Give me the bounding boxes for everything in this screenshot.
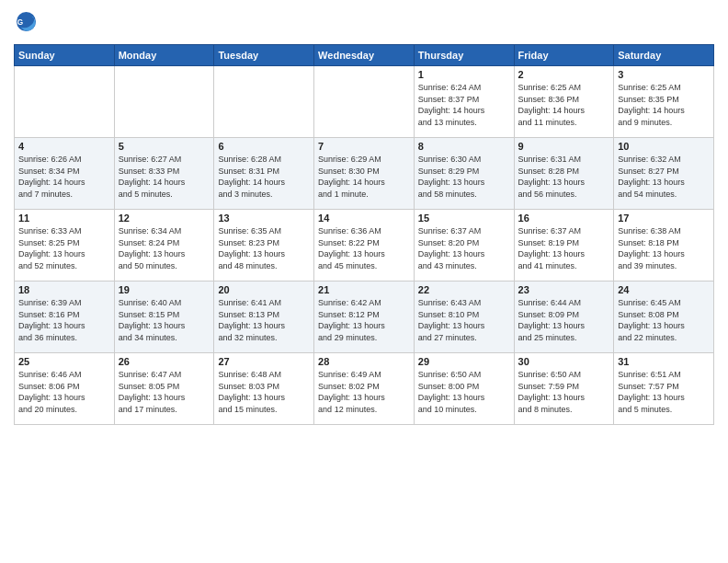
calendar-day-cell: 12Sunrise: 6:34 AM Sunset: 8:24 PM Dayli… xyxy=(114,210,214,282)
day-info: Sunrise: 6:41 AM Sunset: 8:13 PM Dayligh… xyxy=(218,297,310,343)
calendar-day-cell: 18Sunrise: 6:39 AM Sunset: 8:16 PM Dayli… xyxy=(15,282,115,353)
weekday-header-row: SundayMondayTuesdayWednesdayThursdayFrid… xyxy=(15,45,714,66)
day-number: 30 xyxy=(518,356,610,367)
day-number: 24 xyxy=(618,284,710,295)
day-number: 23 xyxy=(518,284,610,295)
calendar-day-cell: 7Sunrise: 6:29 AM Sunset: 8:30 PM Daylig… xyxy=(314,138,415,210)
day-info: Sunrise: 6:50 AM Sunset: 7:59 PM Dayligh… xyxy=(518,369,610,415)
day-info: Sunrise: 6:38 AM Sunset: 8:18 PM Dayligh… xyxy=(618,225,710,271)
calendar-week-row: 1Sunrise: 6:24 AM Sunset: 8:37 PM Daylig… xyxy=(15,66,714,138)
day-number: 15 xyxy=(418,213,510,224)
day-number: 25 xyxy=(18,356,110,367)
calendar-day-cell: 31Sunrise: 6:51 AM Sunset: 7:57 PM Dayli… xyxy=(614,353,714,425)
day-info: Sunrise: 6:47 AM Sunset: 8:05 PM Dayligh… xyxy=(119,369,210,415)
day-info: Sunrise: 6:28 AM Sunset: 8:31 PM Dayligh… xyxy=(218,154,310,200)
day-number: 22 xyxy=(418,284,510,295)
calendar-day-cell: 14Sunrise: 6:36 AM Sunset: 8:22 PM Dayli… xyxy=(314,210,415,282)
day-number: 31 xyxy=(618,356,710,367)
day-number: 1 xyxy=(418,69,510,80)
calendar-day-cell: 3Sunrise: 6:25 AM Sunset: 8:35 PM Daylig… xyxy=(614,66,714,138)
day-number: 2 xyxy=(518,69,610,80)
calendar-day-cell: 10Sunrise: 6:32 AM Sunset: 8:27 PM Dayli… xyxy=(614,138,714,210)
day-number: 19 xyxy=(119,284,210,295)
day-info: Sunrise: 6:25 AM Sunset: 8:36 PM Dayligh… xyxy=(518,82,610,128)
day-info: Sunrise: 6:31 AM Sunset: 8:28 PM Dayligh… xyxy=(518,154,610,200)
calendar-day-cell: 25Sunrise: 6:46 AM Sunset: 8:06 PM Dayli… xyxy=(15,353,115,425)
day-info: Sunrise: 6:42 AM Sunset: 8:12 PM Dayligh… xyxy=(318,297,410,343)
day-number: 14 xyxy=(318,213,410,224)
logo-icon: G xyxy=(14,9,41,37)
weekday-header: Thursday xyxy=(414,45,514,66)
day-info: Sunrise: 6:48 AM Sunset: 8:03 PM Dayligh… xyxy=(218,369,310,415)
day-number: 17 xyxy=(618,213,710,224)
day-number: 13 xyxy=(218,213,310,224)
day-info: Sunrise: 6:45 AM Sunset: 8:08 PM Dayligh… xyxy=(618,297,710,343)
day-number: 5 xyxy=(119,141,210,152)
calendar: SundayMondayTuesdayWednesdayThursdayFrid… xyxy=(14,44,714,425)
calendar-day-cell: 2Sunrise: 6:25 AM Sunset: 8:36 PM Daylig… xyxy=(514,66,614,138)
calendar-day-cell: 28Sunrise: 6:49 AM Sunset: 8:02 PM Dayli… xyxy=(314,353,415,425)
calendar-day-cell: 16Sunrise: 6:37 AM Sunset: 8:19 PM Dayli… xyxy=(514,210,614,282)
logo: G xyxy=(14,9,45,37)
day-number: 21 xyxy=(318,284,410,295)
calendar-week-row: 25Sunrise: 6:46 AM Sunset: 8:06 PM Dayli… xyxy=(15,353,714,425)
calendar-day-cell: 6Sunrise: 6:28 AM Sunset: 8:31 PM Daylig… xyxy=(214,138,314,210)
day-number: 4 xyxy=(18,141,110,152)
calendar-day-cell: 5Sunrise: 6:27 AM Sunset: 8:33 PM Daylig… xyxy=(114,138,214,210)
day-number: 3 xyxy=(618,69,710,80)
calendar-day-cell: 24Sunrise: 6:45 AM Sunset: 8:08 PM Dayli… xyxy=(614,282,714,353)
day-number: 6 xyxy=(218,141,310,152)
header: G xyxy=(14,9,714,37)
calendar-day-cell xyxy=(114,66,214,138)
day-info: Sunrise: 6:25 AM Sunset: 8:35 PM Dayligh… xyxy=(618,82,710,128)
page: G SundayMondayTuesdayWednesdayThursdayFr… xyxy=(0,0,728,563)
day-number: 18 xyxy=(18,284,110,295)
day-info: Sunrise: 6:24 AM Sunset: 8:37 PM Dayligh… xyxy=(418,82,510,128)
day-number: 9 xyxy=(518,141,610,152)
day-info: Sunrise: 6:27 AM Sunset: 8:33 PM Dayligh… xyxy=(119,154,210,200)
day-number: 11 xyxy=(18,213,110,224)
weekday-header: Monday xyxy=(114,45,214,66)
day-number: 7 xyxy=(318,141,410,152)
day-number: 12 xyxy=(119,213,210,224)
day-number: 8 xyxy=(418,141,510,152)
calendar-day-cell: 8Sunrise: 6:30 AM Sunset: 8:29 PM Daylig… xyxy=(414,138,514,210)
calendar-day-cell: 4Sunrise: 6:26 AM Sunset: 8:34 PM Daylig… xyxy=(15,138,115,210)
day-info: Sunrise: 6:36 AM Sunset: 8:22 PM Dayligh… xyxy=(318,225,410,271)
calendar-day-cell: 17Sunrise: 6:38 AM Sunset: 8:18 PM Dayli… xyxy=(614,210,714,282)
calendar-day-cell: 11Sunrise: 6:33 AM Sunset: 8:25 PM Dayli… xyxy=(15,210,115,282)
calendar-day-cell: 20Sunrise: 6:41 AM Sunset: 8:13 PM Dayli… xyxy=(214,282,314,353)
weekday-header: Wednesday xyxy=(314,45,415,66)
day-number: 28 xyxy=(318,356,410,367)
day-info: Sunrise: 6:39 AM Sunset: 8:16 PM Dayligh… xyxy=(18,297,110,343)
calendar-week-row: 11Sunrise: 6:33 AM Sunset: 8:25 PM Dayli… xyxy=(15,210,714,282)
weekday-header: Saturday xyxy=(614,45,714,66)
calendar-day-cell: 22Sunrise: 6:43 AM Sunset: 8:10 PM Dayli… xyxy=(414,282,514,353)
day-number: 26 xyxy=(119,356,210,367)
day-info: Sunrise: 6:37 AM Sunset: 8:20 PM Dayligh… xyxy=(418,225,510,271)
calendar-day-cell: 23Sunrise: 6:44 AM Sunset: 8:09 PM Dayli… xyxy=(514,282,614,353)
calendar-day-cell xyxy=(314,66,415,138)
calendar-day-cell: 9Sunrise: 6:31 AM Sunset: 8:28 PM Daylig… xyxy=(514,138,614,210)
calendar-day-cell xyxy=(214,66,314,138)
calendar-day-cell: 19Sunrise: 6:40 AM Sunset: 8:15 PM Dayli… xyxy=(114,282,214,353)
calendar-day-cell: 21Sunrise: 6:42 AM Sunset: 8:12 PM Dayli… xyxy=(314,282,415,353)
day-number: 29 xyxy=(418,356,510,367)
day-info: Sunrise: 6:46 AM Sunset: 8:06 PM Dayligh… xyxy=(18,369,110,415)
day-info: Sunrise: 6:33 AM Sunset: 8:25 PM Dayligh… xyxy=(18,225,110,271)
svg-text:G: G xyxy=(17,18,23,27)
day-info: Sunrise: 6:35 AM Sunset: 8:23 PM Dayligh… xyxy=(218,225,310,271)
day-number: 27 xyxy=(218,356,310,367)
calendar-day-cell: 15Sunrise: 6:37 AM Sunset: 8:20 PM Dayli… xyxy=(414,210,514,282)
weekday-header: Sunday xyxy=(15,45,115,66)
day-info: Sunrise: 6:32 AM Sunset: 8:27 PM Dayligh… xyxy=(618,154,710,200)
calendar-day-cell: 27Sunrise: 6:48 AM Sunset: 8:03 PM Dayli… xyxy=(214,353,314,425)
calendar-week-row: 4Sunrise: 6:26 AM Sunset: 8:34 PM Daylig… xyxy=(15,138,714,210)
weekday-header: Tuesday xyxy=(214,45,314,66)
weekday-header: Friday xyxy=(514,45,614,66)
day-info: Sunrise: 6:51 AM Sunset: 7:57 PM Dayligh… xyxy=(618,369,710,415)
day-info: Sunrise: 6:43 AM Sunset: 8:10 PM Dayligh… xyxy=(418,297,510,343)
day-number: 16 xyxy=(518,213,610,224)
calendar-day-cell: 13Sunrise: 6:35 AM Sunset: 8:23 PM Dayli… xyxy=(214,210,314,282)
calendar-day-cell: 30Sunrise: 6:50 AM Sunset: 7:59 PM Dayli… xyxy=(514,353,614,425)
